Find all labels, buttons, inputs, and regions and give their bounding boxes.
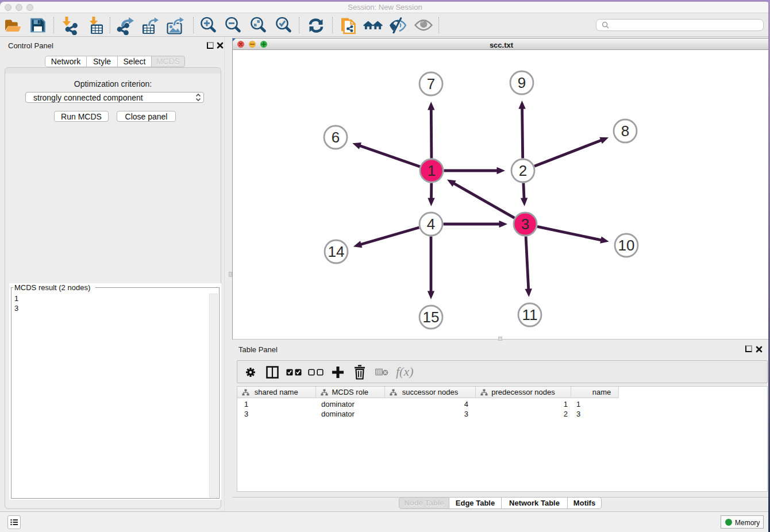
svg-text:2: 2 bbox=[519, 162, 527, 179]
svg-text:15: 15 bbox=[423, 309, 440, 326]
svg-text:9: 9 bbox=[518, 74, 526, 91]
svg-text:10: 10 bbox=[618, 237, 635, 254]
svg-text:8: 8 bbox=[621, 122, 629, 140]
svg-text:11: 11 bbox=[522, 306, 538, 323]
svg-text:1: 1 bbox=[428, 162, 436, 179]
svg-text:7: 7 bbox=[427, 75, 435, 92]
svg-text:3: 3 bbox=[521, 215, 529, 233]
svg-text:14: 14 bbox=[328, 243, 345, 260]
svg-text:4: 4 bbox=[427, 215, 435, 233]
svg-text:6: 6 bbox=[332, 129, 340, 146]
